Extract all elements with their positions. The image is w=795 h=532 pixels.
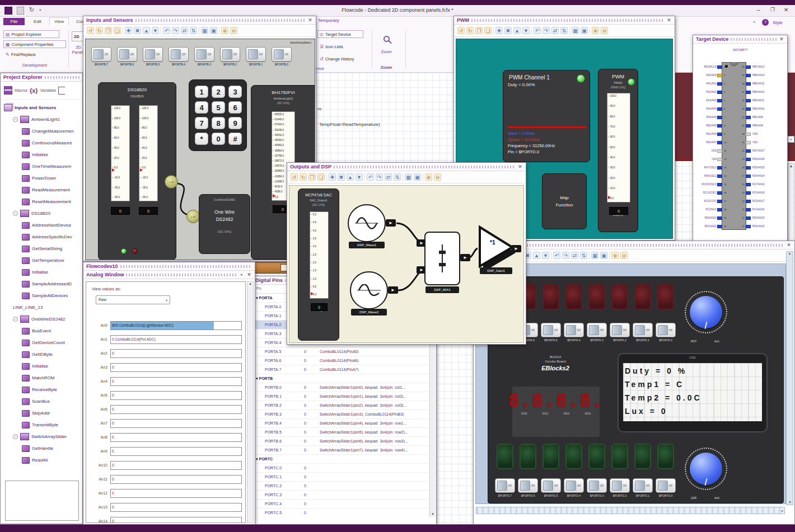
- flip-horizontal-icon[interactable]: ⇄: [571, 252, 578, 259]
- digital-pin-row[interactable]: PORTB.70SwitchArraySlider1(pin7), keypad…: [252, 446, 436, 455]
- tree-item[interactable]: GetDeviceCount: [2, 337, 82, 349]
- scrollbar-vertical-main[interactable]: ▲: [788, 163, 794, 243]
- eblocks-horizontal-scrollbar[interactable]: ▸: [476, 507, 785, 514]
- digital-pin-row[interactable]: ▾ PORTB: [252, 374, 436, 383]
- bring-front-icon[interactable]: ▲: [347, 173, 354, 181]
- toggle-switch[interactable]: Off: [246, 47, 266, 62]
- paste-icon[interactable]: ❏: [484, 27, 492, 34]
- find-replace-button[interactable]: ✎Find/Replace: [3, 50, 47, 58]
- toggle-switch[interactable]: Off: [495, 478, 515, 493]
- close-icon[interactable]: ✕: [786, 242, 792, 249]
- pin-pad[interactable]: [717, 158, 722, 161]
- undo-icon[interactable]: ↺: [87, 27, 94, 34]
- pin-pad[interactable]: [746, 133, 751, 136]
- keypad-key[interactable]: 0: [212, 133, 225, 145]
- zoom-out-icon[interactable]: ⊖: [620, 252, 628, 259]
- ribbon-collapse-button[interactable]: ^: [753, 20, 755, 26]
- tree-item[interactable]: BusEvent: [2, 325, 82, 337]
- icon-lists-menu-item[interactable]: ☰Icon Lists: [317, 43, 363, 50]
- tree-item[interactable]: AddressNextDevice: [2, 219, 82, 231]
- toggle-switch[interactable]: Off: [194, 47, 214, 62]
- toggle-switch[interactable]: Off: [633, 323, 653, 337]
- send-back-icon[interactable]: ▼: [356, 173, 363, 181]
- analog-value-field[interactable]: 0: [110, 461, 242, 470]
- toggle-switch[interactable]: Off: [272, 47, 292, 62]
- pin-pad[interactable]: [746, 183, 751, 186]
- chip-body[interactable]: [722, 62, 746, 230]
- analog-value-field[interactable]: 825 ComboBL0114(LightSensor ADC): [110, 321, 242, 330]
- pin-pad[interactable]: [746, 124, 751, 128]
- zoom-in-icon[interactable]: ⊕: [611, 252, 619, 259]
- pin-pad[interactable]: [717, 107, 722, 111]
- digital-pin-row[interactable]: PORTA.70ComboBL0114(PinA7): [252, 365, 436, 374]
- tree-item[interactable]: LINK_LINE_13: [2, 302, 82, 313]
- copy-icon[interactable]: ❐: [105, 27, 112, 34]
- tree-item[interactable]: PowerDown: [2, 172, 82, 184]
- redo-icon[interactable]: ↻: [466, 27, 474, 34]
- analog-value-field[interactable]: 0: [110, 419, 242, 428]
- target-device-titlebar[interactable]: Target Device ✕: [693, 35, 787, 44]
- rotate-right-icon[interactable]: ↷: [562, 252, 569, 259]
- close-button[interactable]: ✕: [784, 7, 788, 13]
- change-history-menu-item[interactable]: ↺Change History: [317, 55, 369, 63]
- toggle-switch[interactable]: Off: [610, 323, 630, 337]
- analog-value-field[interactable]: 0: [110, 447, 242, 456]
- grid-icon[interactable]: ▦: [201, 27, 208, 34]
- analog-scrollbar[interactable]: ▲: [247, 281, 254, 523]
- tree-item[interactable]: ReadMeasurement: [2, 184, 82, 196]
- analog-value-field[interactable]: 0: [110, 391, 242, 400]
- digital-pin-row[interactable]: PORTC.10: [252, 473, 436, 482]
- pin-pad[interactable]: [717, 141, 722, 144]
- pin-pad[interactable]: [717, 216, 722, 220]
- copy-icon[interactable]: ❐: [475, 27, 483, 34]
- pin-pad[interactable]: [717, 166, 722, 170]
- pin-pad[interactable]: [746, 175, 751, 178]
- tree-expander-icon[interactable]: −: [13, 434, 18, 439]
- toggle-switch[interactable]: Off: [610, 478, 630, 493]
- scroll-right-expand[interactable]: »: [788, 136, 794, 143]
- copy-icon[interactable]: ❐: [308, 173, 316, 181]
- pin-icon[interactable]: ▪: [238, 271, 244, 279]
- analog-value-field[interactable]: 0: [110, 377, 242, 386]
- tree-expander-icon[interactable]: −: [13, 211, 18, 216]
- rotate-left-icon[interactable]: ↶: [367, 173, 374, 181]
- paste-icon[interactable]: ❏: [114, 27, 121, 34]
- flip-vertical-icon[interactable]: ⇅: [580, 252, 587, 259]
- pin-pad[interactable]: [717, 149, 722, 153]
- dsp-mix-node[interactable]: [424, 232, 460, 285]
- dsp-wave1-node[interactable]: [348, 204, 386, 242]
- scroll-down-arrow-icon[interactable]: ▼: [431, 512, 434, 516]
- tree-item[interactable]: OneTimeMeasurem: [2, 161, 82, 172]
- rotate-left-icon[interactable]: ↶: [163, 27, 170, 34]
- pin-pad[interactable]: [746, 65, 751, 69]
- grid-icon[interactable]: ▦: [405, 173, 412, 181]
- tree-item[interactable]: AddressSpecificDev: [2, 231, 82, 243]
- analog-value-field[interactable]: 0: [110, 503, 242, 512]
- zoom-out-icon[interactable]: ⊖: [230, 27, 237, 34]
- tree-item[interactable]: ScanBus: [2, 396, 82, 407]
- keypad-key[interactable]: 2: [212, 86, 225, 98]
- bring-front-icon[interactable]: ▲: [143, 27, 150, 34]
- digital-pin-row[interactable]: PORTB.10SwitchArraySlider1(pin1), keypad…: [252, 392, 436, 401]
- rotate-left-icon[interactable]: ↶: [534, 27, 541, 34]
- scroll-up-arrow-icon[interactable]: ▲: [787, 252, 793, 255]
- redo-icon[interactable]: ↻: [96, 27, 103, 34]
- tree-item[interactable]: SkipAddr: [2, 407, 82, 419]
- pin-pad[interactable]: [717, 65, 722, 69]
- flip-horizontal-icon[interactable]: ⇄: [551, 27, 559, 34]
- analog-value-field[interactable]: 0: [110, 475, 242, 484]
- zoom-button[interactable]: [378, 31, 394, 46]
- toggle-switch[interactable]: Off: [143, 47, 163, 62]
- mix-output-connector[interactable]: ►: [460, 254, 470, 261]
- tab-file[interactable]: File: [3, 18, 25, 25]
- variables-icon[interactable]: {x}: [30, 87, 38, 94]
- delete-component-icon[interactable]: ✖: [504, 27, 512, 34]
- send-back-icon[interactable]: ▼: [522, 27, 530, 34]
- inputs-panel-2d[interactable]: SwitchArraySlider1 Off$PORTB.7Off$PORTB.…: [85, 39, 315, 260]
- pin-pad[interactable]: [746, 225, 751, 228]
- scroll-up-arrow-icon[interactable]: ▲: [788, 164, 794, 168]
- tree-item[interactable]: Initialise: [2, 266, 82, 278]
- undo-icon[interactable]: ↺: [291, 173, 298, 181]
- toggle-switch[interactable]: Off: [541, 478, 561, 493]
- zoom-out-icon[interactable]: ⊖: [601, 27, 608, 34]
